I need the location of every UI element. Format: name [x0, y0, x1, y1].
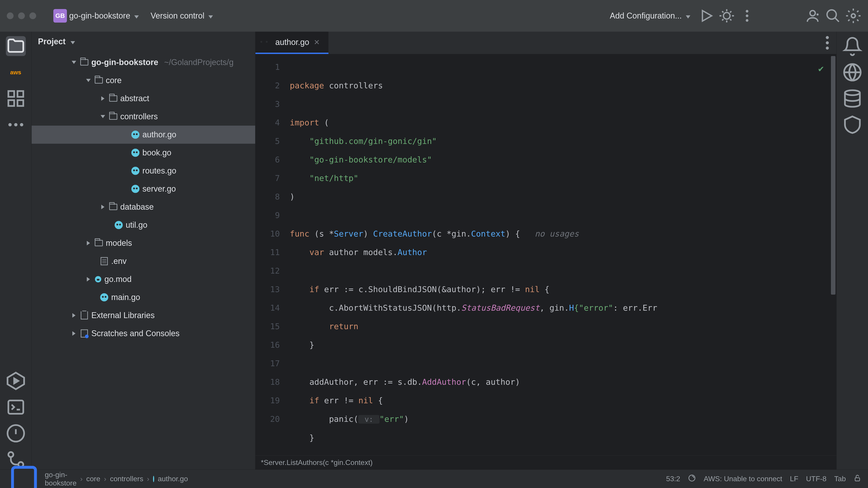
tab-author-go[interactable]: author.go ✕ [255, 32, 329, 54]
notifications-button[interactable] [842, 36, 862, 56]
svg-rect-7 [8, 91, 14, 97]
folder-icon [80, 59, 88, 66]
debug-button[interactable] [719, 8, 735, 24]
project-name: go-gin-bookstore [69, 11, 130, 21]
expand-toggle[interactable] [70, 331, 77, 336]
run-tool-button[interactable] [6, 371, 26, 391]
tabs-more-button[interactable] [818, 32, 836, 54]
tree-file-util[interactable]: util.go [32, 216, 255, 234]
expand-toggle[interactable] [99, 96, 106, 101]
line-separator[interactable]: LF [790, 475, 798, 483]
close-tab-button[interactable]: ✕ [314, 38, 320, 46]
expand-toggle[interactable] [85, 277, 92, 282]
go-file-icon [131, 131, 140, 139]
project-panel-header[interactable]: Project [32, 32, 255, 52]
tree-folder-controllers[interactable]: controllers [32, 107, 255, 126]
project-tool-button[interactable] [6, 36, 26, 56]
editor-scrollbar[interactable] [830, 56, 836, 454]
svg-rect-9 [8, 100, 14, 106]
maximize-window[interactable] [29, 12, 36, 19]
progress-indicator[interactable] [688, 474, 696, 484]
svg-rect-25 [855, 478, 860, 481]
folder-icon [95, 240, 103, 246]
vcs-widget[interactable]: Version control [147, 9, 217, 23]
expand-toggle[interactable] [85, 79, 92, 82]
status-bar: go-gin-bookstore › core › controllers › … [0, 469, 868, 488]
more-tools-button[interactable] [6, 115, 26, 135]
expand-toggle[interactable] [85, 241, 92, 246]
tree-folder-core[interactable]: core [32, 71, 255, 90]
expand-toggle[interactable] [99, 115, 106, 118]
problems-tool-button[interactable] [6, 423, 26, 443]
tree-external-libraries[interactable]: External Libraries [32, 306, 255, 324]
expand-toggle[interactable] [99, 205, 106, 209]
code-content[interactable]: ✔package controllers import ( "github.co… [283, 54, 836, 455]
usage-hint[interactable]: no usages [535, 229, 579, 238]
editor-breadcrumbs[interactable]: *Server.ListAuthors(c *gin.Context) [255, 455, 836, 469]
svg-point-20 [826, 41, 829, 44]
env-file-icon [101, 257, 108, 265]
expand-toggle[interactable] [70, 61, 77, 64]
folder-icon [95, 77, 103, 84]
close-window[interactable] [7, 12, 13, 19]
file-encoding[interactable]: UTF-8 [806, 475, 827, 483]
project-tool-window: Project go-gin-bookstore ~/GolandProject… [32, 32, 255, 469]
folder-icon [109, 113, 117, 120]
indent-config[interactable]: Tab [834, 475, 846, 483]
svg-point-5 [827, 10, 836, 19]
library-icon [81, 311, 88, 320]
tree-folder-abstract[interactable]: abstract [32, 90, 255, 107]
svg-point-3 [746, 19, 748, 22]
aws-icon: aws [9, 68, 22, 77]
svg-point-11 [8, 123, 12, 127]
chevron-right-icon: › [80, 475, 83, 483]
go-file-icon [131, 185, 140, 193]
code-editor[interactable]: 1234567891011121314151617181920 ✔package… [255, 54, 836, 455]
svg-point-4 [810, 11, 815, 16]
line-number-gutter: 1234567891011121314151617181920 [255, 54, 283, 455]
svg-point-17 [8, 452, 13, 457]
structure-tool-button[interactable] [6, 89, 26, 108]
expand-toggle[interactable] [70, 313, 77, 318]
run-button[interactable] [699, 8, 714, 24]
cursor-position[interactable]: 53:2 [666, 475, 680, 483]
ai-assistant-button[interactable] [842, 62, 862, 82]
tree-scratches[interactable]: Scratches and Consoles [32, 324, 255, 343]
run-config-selector[interactable]: Add Configuration... [606, 9, 694, 23]
right-tool-rail [836, 32, 868, 469]
aws-tool-button[interactable]: aws [6, 62, 26, 82]
tree-file-server[interactable]: server.go [32, 180, 255, 198]
project-selector[interactable]: GB go-gin-bookstore [50, 7, 143, 25]
svg-rect-23 [12, 467, 35, 488]
database-tool-button[interactable] [842, 89, 862, 108]
inspection-status-icon[interactable]: ✔ [818, 59, 824, 78]
folder-icon [109, 95, 117, 102]
svg-point-22 [845, 90, 860, 95]
tree-file-gomod[interactable]: go.mod [32, 270, 255, 288]
inlay-hint[interactable]: v: [358, 415, 379, 424]
tree-file-main[interactable]: main.go [32, 288, 255, 306]
terminal-tool-button[interactable] [6, 397, 26, 417]
tree-file-routes[interactable]: routes.go [32, 162, 255, 180]
go-file-icon [131, 167, 140, 175]
readonly-toggle[interactable] [854, 474, 861, 484]
chevron-down-icon [207, 11, 213, 20]
module-icon [7, 462, 41, 488]
tree-file-book[interactable]: book.go [32, 144, 255, 162]
tree-folder-models[interactable]: models [32, 234, 255, 252]
project-tree: go-gin-bookstore ~/GolandProjects/g core… [32, 52, 255, 344]
tree-folder-database[interactable]: database [32, 198, 255, 216]
tree-file-author[interactable]: author.go [32, 126, 255, 144]
search-everywhere-button[interactable] [825, 8, 841, 24]
navigation-bar[interactable]: go-gin-bookstore › core › controllers › … [7, 462, 188, 488]
code-with-me-button[interactable] [805, 8, 820, 24]
chevron-right-icon: › [147, 475, 149, 483]
shield-tool-button[interactable] [842, 115, 862, 135]
more-actions-button[interactable] [739, 8, 755, 24]
tree-file-env[interactable]: .env [32, 252, 255, 270]
settings-button[interactable] [845, 8, 861, 24]
tree-root[interactable]: go-gin-bookstore ~/GolandProjects/g [32, 53, 255, 71]
minimize-window[interactable] [18, 12, 25, 19]
aws-status[interactable]: AWS: Unable to connect [704, 475, 782, 483]
main-content: aws Project go-gi [0, 32, 868, 469]
